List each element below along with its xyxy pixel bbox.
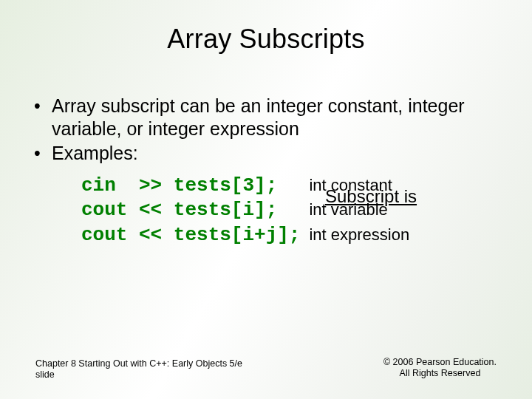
footer-copyright: © 2006 Pearson Education. — [383, 357, 497, 369]
code-text: cout << tests[i+j]; — [81, 223, 300, 248]
code-examples: cin >> tests[3]; int constant cout << te… — [81, 174, 502, 248]
code-example-row: cout << tests[i+j]; int expression — [81, 223, 502, 248]
code-text: cin >> tests[3]; — [81, 174, 300, 198]
slide: Array Subscripts Array subscript can be … — [0, 0, 532, 399]
slide-title: Array Subscripts — [30, 24, 502, 55]
bullet-item: Array subscript can be an integer consta… — [31, 95, 502, 140]
subscript-column-header: Subscript is — [325, 186, 417, 207]
code-description: int expression — [309, 225, 409, 245]
slide-content: Array subscript can be an integer consta… — [30, 95, 502, 248]
footer-right: © 2006 Pearson Education. All Rights Res… — [383, 357, 497, 380]
footer-slide-label: slide — [35, 369, 242, 381]
bullet-list: Array subscript can be an integer consta… — [31, 95, 502, 165]
footer-chapter: Chapter 8 Starting Out with C++: Early O… — [35, 358, 242, 370]
footer-rights: All Rights Reserved — [383, 368, 497, 380]
code-text: cout << tests[i]; — [81, 198, 300, 222]
bullet-item: Examples: — [31, 142, 502, 165]
code-example-row: cin >> tests[3]; int constant — [81, 174, 502, 198]
code-example-row: cout << tests[i]; int variable — [81, 198, 502, 222]
footer-left: Chapter 8 Starting Out with C++: Early O… — [35, 358, 242, 381]
